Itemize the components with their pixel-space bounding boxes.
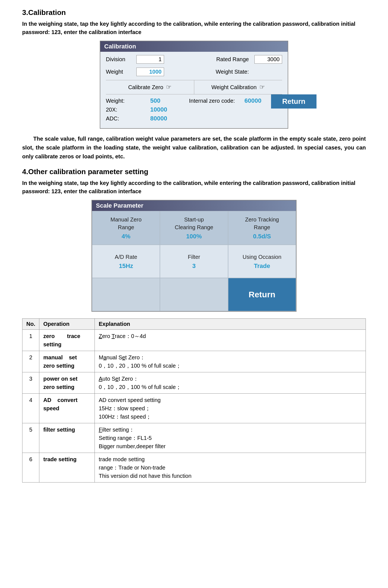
calib-row-weight: Weight Weight State: (106, 68, 282, 76)
cell-explanation: Filter setting：Setting range：FL1-5Bigger… (95, 423, 366, 453)
rated-range-input[interactable] (254, 55, 282, 64)
weight-input[interactable] (136, 68, 164, 76)
cell-operation: filter setting (39, 423, 95, 453)
calibrate-zero-btn[interactable]: Calibrate Zero ☞ (106, 80, 194, 94)
scale-cell-zero-tracking[interactable]: Zero TrackingRange 0.5d/S (228, 211, 296, 245)
using-occasion-title: Using Occasion (242, 253, 281, 261)
division-input[interactable] (136, 55, 164, 64)
using-occasion-value: Trade (254, 262, 270, 270)
cell-explanation: Manual Set Zero：0，10，20，100 % of full sc… (95, 351, 366, 372)
scale-return-label: Return (249, 290, 275, 299)
table-row: 1zero tracesettingZero Trace：0～4d (22, 330, 366, 351)
cell-operation: power on setzero setting (39, 372, 95, 394)
adc-stat-row: ADC: 80000 (106, 115, 272, 122)
rated-range-label: Rated Range (216, 56, 249, 63)
scale-panel-header: Scale Parameter (92, 200, 296, 211)
zero-tracking-title: Zero TrackingRange (245, 216, 279, 231)
scale-cell-using-occasion[interactable]: Using Occasion Trade (228, 245, 296, 278)
calib-panel-body: Division Rated Range Weight Weight State… (100, 52, 288, 128)
startup-value: 100% (186, 233, 202, 240)
scale-grid: Manual ZeroRange 4% Start-upClearing Ran… (92, 211, 296, 311)
section4: 4.Other calibration parameter setting In… (22, 167, 366, 483)
calibrate-zero-icon: ☞ (166, 84, 172, 91)
col-no: No. (22, 319, 39, 330)
calib-row-division: Division Rated Range (106, 55, 282, 64)
weight-stat-label: Weight: (106, 98, 150, 104)
zero-code-value: 60000 (244, 97, 272, 104)
info-table: No. Operation Explanation 1zero traceset… (22, 318, 366, 483)
scale-cell-ad-rate[interactable]: A/D Rate 15Hz (92, 245, 160, 278)
stats-right: Return (272, 97, 316, 109)
cell-explanation: Auto Set Zero：0，10，20，100 % of full scal… (95, 372, 366, 394)
weight-calib-btn[interactable]: Weight Calibration ☞ (194, 80, 282, 94)
col-explanation: Explanation (95, 319, 366, 330)
manual-zero-title: Manual ZeroRange (111, 216, 142, 231)
cell-no: 5 (22, 423, 39, 453)
cell-no: 6 (22, 453, 39, 483)
cell-operation: AD convertspeed (39, 394, 95, 423)
weight-stat-value: 500 (150, 97, 178, 104)
table-header-row: No. Operation Explanation (22, 319, 366, 330)
weight-state-label: Weight State: (216, 69, 249, 75)
section3: 3.Calibration In the weighing state, tap… (22, 8, 366, 161)
calib-panel-header: Calibration (100, 41, 288, 52)
scale-panel: Scale Parameter Manual ZeroRange 4% Star… (91, 200, 297, 312)
scale-cell-manual-zero[interactable]: Manual ZeroRange 4% (92, 211, 160, 245)
table-row: 3power on setzero settingAuto Set Zero：0… (22, 372, 366, 394)
col-operation: Operation (39, 319, 95, 330)
calibrate-zero-label: Calibrate Zero (128, 84, 163, 91)
manual-zero-value: 4% (122, 233, 131, 240)
cell-operation: manual setzero setting (39, 351, 95, 372)
section3-desc: In the weighing state, tap the key light… (22, 20, 366, 36)
table-row: 4AD convertspeedAD convert speed setting… (22, 394, 366, 423)
table-row: 2manual setzero settingManual Set Zero：0… (22, 351, 366, 372)
ad-rate-value: 15Hz (119, 262, 133, 270)
section4-title: 4.Other calibration parameter setting (22, 167, 366, 176)
section4-desc: In the weighing state, tap the key light… (22, 179, 366, 195)
filter-value: 3 (192, 262, 196, 270)
scale-cell-startup[interactable]: Start-upClearing Range 100% (160, 211, 228, 245)
cell-no: 1 (22, 330, 39, 351)
zero-code-label: Internal zero code: (189, 98, 244, 104)
cell-explanation: Zero Trace：0～4d (95, 330, 366, 351)
filter-title: Filter (188, 253, 200, 261)
section3-paragraph: The scale value, full range, calibration… (22, 134, 366, 161)
cell-explanation: AD convert speed setting15Hz：slow speed；… (95, 394, 366, 423)
cell-operation: zero tracesetting (39, 330, 95, 351)
division-label: Division (106, 56, 131, 63)
calib-return-btn[interactable]: Return (271, 94, 316, 109)
stats-left: Weight: 500 Internal zero code: 60000 20… (106, 97, 272, 124)
adc-label: ADC: (106, 115, 150, 122)
twentyx-label: 20X: (106, 107, 150, 113)
table-row: 6trade settingtrade mode settingrange：Tr… (22, 453, 366, 483)
weight-stat-row: Weight: 500 Internal zero code: 60000 (106, 97, 272, 104)
adc-value: 80000 (150, 115, 178, 122)
cell-no: 4 (22, 394, 39, 423)
cell-no: 2 (22, 351, 39, 372)
scale-cell-empty1 (92, 278, 160, 311)
section3-title: 3.Calibration (22, 8, 366, 17)
weight-calib-icon: ☞ (259, 84, 265, 91)
cell-no: 3 (22, 372, 39, 394)
calibration-panel: Calibration Division Rated Range Weight … (100, 41, 288, 129)
cell-explanation: trade mode settingrange：Trade or Non-tra… (95, 453, 366, 483)
scale-cell-empty2 (160, 278, 228, 311)
table-row: 5filter settingFilter setting：Setting ra… (22, 423, 366, 453)
calib-stats: Weight: 500 Internal zero code: 60000 20… (106, 94, 282, 125)
weight-label: Weight (106, 69, 131, 75)
scale-return-btn[interactable]: Return (228, 278, 296, 311)
zero-tracking-value: 0.5d/S (253, 233, 271, 240)
twentyx-stat-row: 20X: 10000 (106, 106, 272, 113)
twentyx-value: 10000 (150, 106, 178, 113)
stats-container: Weight: 500 Internal zero code: 60000 20… (106, 97, 282, 124)
cell-operation: trade setting (39, 453, 95, 483)
ad-rate-title: A/D Rate (115, 253, 137, 261)
startup-title: Start-upClearing Range (175, 216, 213, 231)
weight-calib-label: Weight Calibration (211, 84, 257, 91)
scale-cell-filter[interactable]: Filter 3 (160, 245, 228, 278)
calib-btn-row: Calibrate Zero ☞ Weight Calibration ☞ (106, 80, 282, 94)
